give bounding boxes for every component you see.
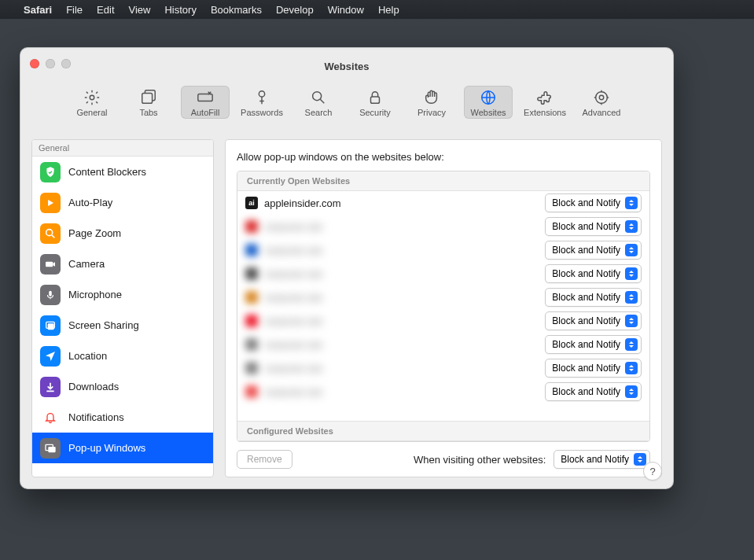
table-body[interactable]: aiappleinsider.comBlock and Notifyredact…	[237, 191, 649, 421]
tab-autofill[interactable]: AutoFill	[181, 86, 230, 119]
svg-rect-13	[48, 324, 53, 330]
action-popup[interactable]: Block and Notify	[545, 288, 642, 307]
action-popup[interactable]: Block and Notify	[545, 359, 642, 378]
sidebar-section-header: General	[32, 140, 213, 157]
site-name: redacted site	[264, 221, 539, 233]
tab-search[interactable]: Search	[294, 86, 343, 119]
remove-button[interactable]: Remove	[237, 450, 292, 469]
tab-tabs[interactable]: Tabs	[124, 86, 173, 119]
site-name: redacted site	[264, 339, 539, 351]
table-row[interactable]: redacted siteBlock and Notify	[237, 286, 649, 309]
table-row[interactable]: aiappleinsider.comBlock and Notify	[237, 191, 649, 215]
menu-history[interactable]: History	[164, 4, 196, 16]
site-table: Currently Open Websites aiappleinsider.c…	[237, 171, 650, 442]
tab-privacy[interactable]: Privacy	[407, 86, 456, 119]
globe-icon	[480, 89, 497, 106]
action-popup[interactable]: Block and Notify	[545, 264, 642, 283]
minimize-button[interactable]	[46, 59, 55, 68]
tab-label: Advanced	[583, 108, 621, 117]
bell-icon	[40, 407, 61, 428]
svg-rect-5	[371, 97, 380, 103]
tab-advanced[interactable]: Advanced	[577, 86, 626, 119]
table-row[interactable]: redacted siteBlock and Notify	[237, 262, 649, 286]
favicon	[245, 220, 258, 233]
sidebar-item-notifications[interactable]: Notifications	[32, 402, 213, 433]
favicon	[245, 267, 258, 280]
sidebar-item-label: Screen Sharing	[68, 319, 139, 331]
chevron-updown-icon	[625, 338, 638, 351]
action-popup[interactable]: Block and Notify	[545, 335, 642, 354]
tab-security[interactable]: Security	[351, 86, 399, 119]
table-row[interactable]: redacted siteBlock and Notify	[237, 380, 649, 403]
sidebar-item-page-zoom[interactable]: Page Zoom	[32, 218, 213, 249]
mic-icon	[40, 285, 61, 305]
sidebar-scroll[interactable]: Content BlockersAuto-PlayPage ZoomCamera…	[32, 157, 213, 477]
chevron-updown-icon	[625, 220, 638, 233]
main-footer: Remove When visiting other websites: Blo…	[237, 442, 650, 469]
svg-point-7	[599, 95, 604, 100]
action-popup[interactable]: Block and Notify	[545, 217, 642, 236]
site-name: redacted site	[264, 292, 539, 304]
table-section-header-2: Configured Websites	[237, 421, 649, 441]
menu-develop[interactable]: Develop	[276, 4, 314, 16]
table-row[interactable]: redacted siteBlock and Notify	[237, 238, 649, 262]
menu-file[interactable]: File	[66, 4, 83, 16]
popup-value: Block and Notify	[552, 363, 620, 374]
popup-value: Block and Notify	[552, 268, 620, 279]
tab-label: Extensions	[524, 108, 566, 117]
zoom-button[interactable]	[61, 59, 71, 68]
tabs-icon	[140, 89, 157, 106]
close-button[interactable]	[30, 59, 39, 68]
tab-websites[interactable]: Websites	[464, 86, 513, 119]
table-row[interactable]: redacted siteBlock and Notify	[237, 356, 649, 380]
tab-label: AutoFill	[191, 108, 220, 117]
app-menu[interactable]: Safari	[24, 4, 52, 16]
tab-extensions[interactable]: Extensions	[520, 86, 569, 119]
site-name: appleinsider.com	[264, 197, 539, 209]
table-row[interactable]: redacted siteBlock and Notify	[237, 215, 649, 238]
other-websites-label: When visiting other websites:	[414, 454, 546, 466]
svg-point-9	[46, 229, 53, 235]
chevron-updown-icon	[625, 385, 638, 398]
svg-point-4	[313, 92, 322, 101]
action-popup[interactable]: Block and Notify	[545, 382, 642, 401]
popup-value: Block and Notify	[561, 454, 629, 465]
table-row[interactable]: redacted siteBlock and Notify	[237, 333, 649, 356]
menu-edit[interactable]: Edit	[97, 4, 114, 16]
sidebar-item-pop-up-windows[interactable]: Pop-up Windows	[32, 433, 213, 463]
tab-general[interactable]: General	[68, 86, 116, 119]
shield-icon	[40, 162, 61, 182]
menu-view[interactable]: View	[129, 4, 151, 16]
svg-rect-2	[198, 94, 212, 101]
sidebar-item-microphone[interactable]: Microphone	[32, 279, 213, 310]
other-websites-popup[interactable]: Block and Notify	[554, 450, 650, 469]
sidebar-item-content-blockers[interactable]: Content Blockers	[32, 157, 213, 187]
action-popup[interactable]: Block and Notify	[545, 241, 642, 260]
action-popup[interactable]: Block and Notify	[545, 193, 642, 212]
sidebar-item-label: Notifications	[68, 411, 124, 423]
popup-value: Block and Notify	[552, 292, 620, 303]
sidebar-item-camera[interactable]: Camera	[32, 249, 213, 279]
favicon	[245, 291, 258, 304]
puzzle-icon	[536, 89, 554, 106]
sidebar-item-downloads[interactable]: Downloads	[32, 371, 213, 402]
menu-bookmarks[interactable]: Bookmarks	[211, 4, 262, 16]
sidebar-item-location[interactable]: Location	[32, 341, 213, 371]
sidebar-item-label: Auto-Play	[68, 197, 112, 208]
menu-window[interactable]: Window	[328, 4, 364, 16]
action-popup[interactable]: Block and Notify	[545, 311, 642, 330]
menu-help[interactable]: Help	[378, 4, 399, 16]
sidebar-item-auto-play[interactable]: Auto-Play	[32, 187, 213, 218]
download-icon	[40, 377, 61, 397]
sidebar-item-screen-sharing[interactable]: Screen Sharing	[32, 310, 213, 341]
sidebar-item-label: Content Blockers	[68, 166, 146, 178]
site-name: redacted site	[264, 315, 539, 327]
chevron-updown-icon	[634, 453, 646, 466]
table-row[interactable]: redacted siteBlock and Notify	[237, 309, 649, 333]
main-pane: Allow pop-up windows on the websites bel…	[225, 139, 662, 477]
site-name: redacted site	[264, 245, 539, 256]
advanced-gear-icon	[593, 89, 610, 106]
help-button[interactable]: ?	[643, 462, 662, 481]
tab-passwords[interactable]: Passwords	[237, 86, 286, 119]
popup-value: Block and Notify	[552, 245, 620, 256]
